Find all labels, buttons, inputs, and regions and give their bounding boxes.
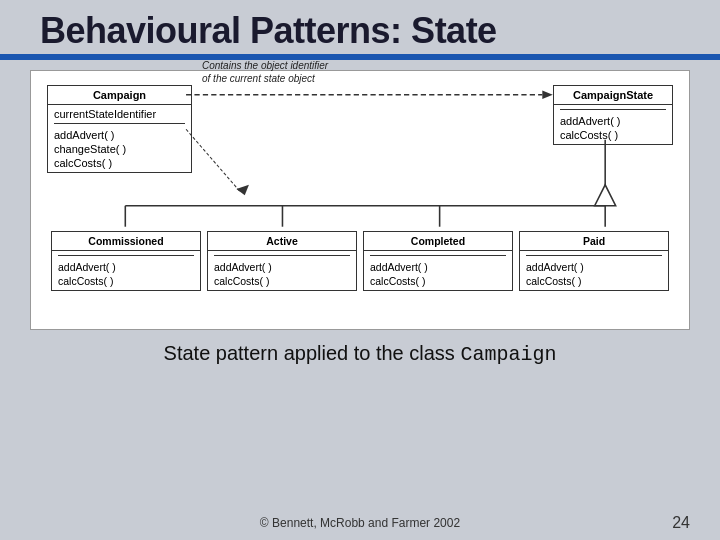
- commissioned-method-2: calcCosts( ): [58, 274, 194, 288]
- uml-bottom-row: Commissioned addAdvert( ) calcCosts( ) A…: [47, 231, 673, 291]
- annotation-text: Contains the object identifier of the cu…: [202, 59, 332, 85]
- campaign-method-2: changeState( ): [54, 142, 185, 156]
- diagram-area: Campaign currentStateIdentifier addAdver…: [30, 70, 690, 330]
- commissioned-name: Commissioned: [52, 232, 200, 251]
- active-method-2: calcCosts( ): [214, 274, 350, 288]
- caption-mono: Campaign: [460, 343, 556, 366]
- campaign-class: Campaign currentStateIdentifier addAdver…: [47, 85, 192, 173]
- page-number: 24: [672, 514, 690, 532]
- arrow-spacer: [47, 173, 673, 225]
- paid-method-2: calcCosts( ): [526, 274, 662, 288]
- paid-class: Paid addAdvert( ) calcCosts( ): [519, 231, 669, 291]
- caption-area: State pattern applied to the class Campa…: [164, 342, 557, 366]
- campaign-class-name: Campaign: [48, 86, 191, 105]
- footer-text: © Bennett, McRobb and Farmer 2002: [260, 516, 460, 530]
- campaign-method-3: calcCosts( ): [54, 156, 185, 170]
- completed-class: Completed addAdvert( ) calcCosts( ): [363, 231, 513, 291]
- uml-top-row: Campaign currentStateIdentifier addAdver…: [47, 85, 673, 173]
- commissioned-class: Commissioned addAdvert( ) calcCosts( ): [51, 231, 201, 291]
- campaign-state-name: CampaignState: [554, 86, 672, 105]
- slide: Behavioural Patterns: State: [0, 0, 720, 540]
- active-method-1: addAdvert( ): [214, 260, 350, 274]
- campaign-class-body: currentStateIdentifier addAdvert( ) chan…: [48, 105, 191, 172]
- commissioned-method-1: addAdvert( ): [58, 260, 194, 274]
- completed-body: addAdvert( ) calcCosts( ): [364, 251, 512, 290]
- active-body: addAdvert( ) calcCosts( ): [208, 251, 356, 290]
- slide-title: Behavioural Patterns: State: [40, 10, 497, 52]
- campaign-state-class: CampaignState addAdvert( ) calcCosts( ): [553, 85, 673, 145]
- caption-text: State pattern applied to the class: [164, 342, 461, 364]
- completed-method-2: calcCosts( ): [370, 274, 506, 288]
- paid-body: addAdvert( ) calcCosts( ): [520, 251, 668, 290]
- active-name: Active: [208, 232, 356, 251]
- paid-method-1: addAdvert( ): [526, 260, 662, 274]
- cs-method-1: addAdvert( ): [560, 114, 666, 128]
- completed-name: Completed: [364, 232, 512, 251]
- diagram-wrapper: Campaign currentStateIdentifier addAdver…: [30, 52, 690, 330]
- active-class: Active addAdvert( ) calcCosts( ): [207, 231, 357, 291]
- completed-method-1: addAdvert( ): [370, 260, 506, 274]
- footer: © Bennett, McRobb and Farmer 2002 24: [0, 516, 720, 530]
- commissioned-body: addAdvert( ) calcCosts( ): [52, 251, 200, 290]
- campaign-attr-1: currentStateIdentifier: [54, 107, 185, 121]
- campaign-state-body: addAdvert( ) calcCosts( ): [554, 105, 672, 144]
- cs-method-2: calcCosts( ): [560, 128, 666, 142]
- paid-name: Paid: [520, 232, 668, 251]
- campaign-method-1: addAdvert( ): [54, 128, 185, 142]
